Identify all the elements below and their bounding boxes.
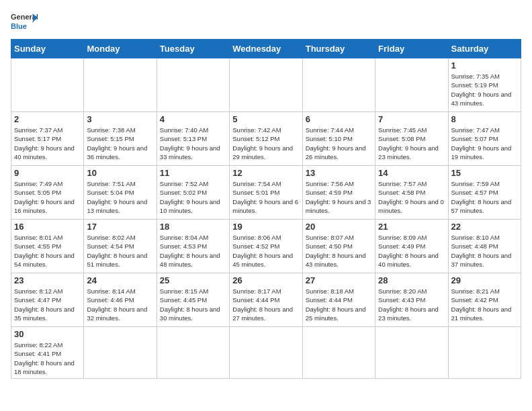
sun-info: Sunrise: 8:04 AM Sunset: 4:53 PM Dayligh… <box>160 233 226 269</box>
calendar-cell: 6Sunrise: 7:44 AM Sunset: 5:10 PM Daylig… <box>302 112 375 166</box>
sun-info: Sunrise: 7:38 AM Sunset: 5:15 PM Dayligh… <box>87 126 153 161</box>
calendar-cell <box>84 327 157 379</box>
day-number: 24 <box>87 275 153 285</box>
day-number: 10 <box>87 168 153 178</box>
calendar-cell: 13Sunrise: 7:56 AM Sunset: 4:59 PM Dayli… <box>302 166 375 220</box>
day-number: 14 <box>378 168 445 178</box>
calendar-cell: 17Sunrise: 8:02 AM Sunset: 4:54 PM Dayli… <box>84 220 157 273</box>
sun-info: Sunrise: 8:02 AM Sunset: 4:54 PM Dayligh… <box>87 233 153 269</box>
calendar-cell: 21Sunrise: 8:09 AM Sunset: 4:49 PM Dayli… <box>375 220 448 273</box>
logo-svg: General Blue <box>11 11 38 32</box>
day-number: 15 <box>451 168 518 178</box>
weekday-monday: Monday <box>84 40 157 58</box>
week-row-1: 1Sunrise: 7:35 AM Sunset: 5:19 PM Daylig… <box>11 58 521 112</box>
calendar-table: SundayMondayTuesdayWednesdayThursdayFrid… <box>11 39 521 379</box>
sun-info: Sunrise: 8:07 AM Sunset: 4:50 PM Dayligh… <box>306 233 372 269</box>
weekday-sunday: Sunday <box>11 40 84 58</box>
calendar-cell: 7Sunrise: 7:45 AM Sunset: 5:08 PM Daylig… <box>375 112 448 166</box>
day-number: 18 <box>160 222 226 232</box>
sun-info: Sunrise: 8:17 AM Sunset: 4:44 PM Dayligh… <box>232 287 299 322</box>
day-number: 19 <box>232 222 299 232</box>
calendar-cell: 24Sunrise: 8:14 AM Sunset: 4:46 PM Dayli… <box>84 273 157 327</box>
calendar-cell <box>230 58 302 112</box>
calendar-cell: 23Sunrise: 8:12 AM Sunset: 4:47 PM Dayli… <box>11 273 84 327</box>
calendar-cell: 16Sunrise: 8:01 AM Sunset: 4:55 PM Dayli… <box>11 220 84 273</box>
weekday-friday: Friday <box>375 40 448 58</box>
sun-info: Sunrise: 7:51 AM Sunset: 5:04 PM Dayligh… <box>87 179 153 215</box>
weekday-tuesday: Tuesday <box>157 40 229 58</box>
week-row-4: 16Sunrise: 8:01 AM Sunset: 4:55 PM Dayli… <box>11 220 521 273</box>
day-number: 23 <box>14 275 81 285</box>
day-number: 16 <box>14 222 81 232</box>
sun-info: Sunrise: 7:57 AM Sunset: 4:58 PM Dayligh… <box>378 179 445 215</box>
sun-info: Sunrise: 8:12 AM Sunset: 4:47 PM Dayligh… <box>14 287 81 322</box>
calendar-cell <box>302 327 375 379</box>
sun-info: Sunrise: 8:09 AM Sunset: 4:49 PM Dayligh… <box>378 233 445 269</box>
day-number: 11 <box>160 168 226 178</box>
calendar-cell <box>157 327 229 379</box>
page-header: General Blue <box>11 11 521 32</box>
sun-info: Sunrise: 8:14 AM Sunset: 4:46 PM Dayligh… <box>87 287 153 322</box>
sun-info: Sunrise: 7:42 AM Sunset: 5:12 PM Dayligh… <box>232 126 299 161</box>
calendar-cell: 26Sunrise: 8:17 AM Sunset: 4:44 PM Dayli… <box>230 273 302 327</box>
sun-info: Sunrise: 8:01 AM Sunset: 4:55 PM Dayligh… <box>14 233 81 269</box>
day-number: 3 <box>87 114 153 124</box>
day-number: 9 <box>14 168 81 178</box>
calendar-cell <box>157 58 229 112</box>
day-number: 7 <box>378 114 445 124</box>
day-number: 25 <box>160 275 226 285</box>
day-number: 17 <box>87 222 153 232</box>
calendar-cell <box>448 327 521 379</box>
calendar-cell: 28Sunrise: 8:20 AM Sunset: 4:43 PM Dayli… <box>375 273 448 327</box>
day-number: 21 <box>378 222 445 232</box>
weekday-saturday: Saturday <box>448 40 521 58</box>
day-number: 26 <box>232 275 299 285</box>
calendar-cell: 2Sunrise: 7:37 AM Sunset: 5:17 PM Daylig… <box>11 112 84 166</box>
sun-info: Sunrise: 7:35 AM Sunset: 5:19 PM Dayligh… <box>451 72 518 107</box>
weekday-thursday: Thursday <box>302 40 375 58</box>
sun-info: Sunrise: 7:49 AM Sunset: 5:05 PM Dayligh… <box>14 179 81 215</box>
sun-info: Sunrise: 7:47 AM Sunset: 5:07 PM Dayligh… <box>451 126 518 161</box>
calendar-body: 1Sunrise: 7:35 AM Sunset: 5:19 PM Daylig… <box>11 58 521 379</box>
calendar-cell: 22Sunrise: 8:10 AM Sunset: 4:48 PM Dayli… <box>448 220 521 273</box>
week-row-2: 2Sunrise: 7:37 AM Sunset: 5:17 PM Daylig… <box>11 112 521 166</box>
sun-info: Sunrise: 8:21 AM Sunset: 4:42 PM Dayligh… <box>451 287 518 322</box>
calendar-cell: 4Sunrise: 7:40 AM Sunset: 5:13 PM Daylig… <box>157 112 229 166</box>
logo: General Blue <box>11 11 38 32</box>
week-row-5: 23Sunrise: 8:12 AM Sunset: 4:47 PM Dayli… <box>11 273 521 327</box>
day-number: 28 <box>378 275 445 285</box>
day-number: 13 <box>306 168 372 178</box>
day-number: 30 <box>14 329 81 339</box>
week-row-6: 30Sunrise: 8:22 AM Sunset: 4:41 PM Dayli… <box>11 327 521 379</box>
calendar-cell <box>84 58 157 112</box>
sun-info: Sunrise: 8:18 AM Sunset: 4:44 PM Dayligh… <box>306 287 372 322</box>
day-number: 22 <box>451 222 518 232</box>
calendar-cell: 1Sunrise: 7:35 AM Sunset: 5:19 PM Daylig… <box>448 58 521 112</box>
day-number: 1 <box>451 60 518 71</box>
sun-info: Sunrise: 8:15 AM Sunset: 4:45 PM Dayligh… <box>160 287 226 322</box>
sun-info: Sunrise: 7:59 AM Sunset: 4:57 PM Dayligh… <box>451 179 518 215</box>
sun-info: Sunrise: 8:10 AM Sunset: 4:48 PM Dayligh… <box>451 233 518 269</box>
calendar-cell: 10Sunrise: 7:51 AM Sunset: 5:04 PM Dayli… <box>84 166 157 220</box>
sun-info: Sunrise: 7:40 AM Sunset: 5:13 PM Dayligh… <box>160 126 226 161</box>
weekday-wednesday: Wednesday <box>230 40 302 58</box>
day-number: 20 <box>306 222 372 232</box>
calendar-cell: 3Sunrise: 7:38 AM Sunset: 5:15 PM Daylig… <box>84 112 157 166</box>
calendar-cell <box>11 58 84 112</box>
weekday-header-row: SundayMondayTuesdayWednesdayThursdayFrid… <box>11 40 521 58</box>
sun-info: Sunrise: 7:56 AM Sunset: 4:59 PM Dayligh… <box>306 179 372 215</box>
day-number: 8 <box>451 114 518 124</box>
day-number: 4 <box>160 114 226 124</box>
day-number: 5 <box>232 114 299 124</box>
calendar-cell: 14Sunrise: 7:57 AM Sunset: 4:58 PM Dayli… <box>375 166 448 220</box>
day-number: 12 <box>232 168 299 178</box>
day-number: 6 <box>306 114 372 124</box>
calendar-cell: 9Sunrise: 7:49 AM Sunset: 5:05 PM Daylig… <box>11 166 84 220</box>
calendar-cell <box>230 327 302 379</box>
sun-info: Sunrise: 7:54 AM Sunset: 5:01 PM Dayligh… <box>232 179 299 215</box>
calendar-cell: 19Sunrise: 8:06 AM Sunset: 4:52 PM Dayli… <box>230 220 302 273</box>
calendar-cell <box>375 327 448 379</box>
svg-text:Blue: Blue <box>11 22 27 30</box>
calendar-cell: 12Sunrise: 7:54 AM Sunset: 5:01 PM Dayli… <box>230 166 302 220</box>
calendar-cell: 5Sunrise: 7:42 AM Sunset: 5:12 PM Daylig… <box>230 112 302 166</box>
